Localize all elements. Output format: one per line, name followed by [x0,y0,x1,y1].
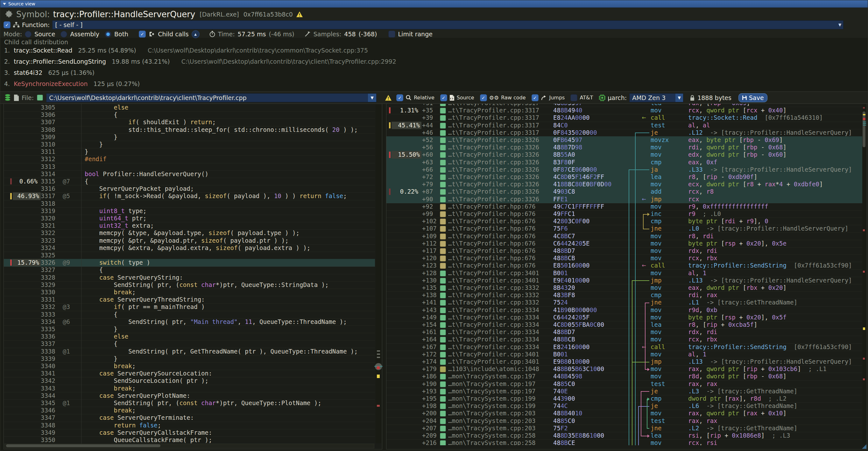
source-line[interactable]: 3307 if( shouldExit ) return; [4,119,375,126]
limit-range-label[interactable]: Limit range [398,31,433,38]
asm-line[interactable]: +52…t\TracyProfiler.cpp:33260FB64597movz… [386,136,862,144]
source-label[interactable]: Source [457,95,474,101]
relative-checkbox[interactable]: ✓ [396,94,403,101]
asm-line[interactable]: +107…t\TracyProfiler.hpp:67675F6jne.L0 -… [386,225,862,233]
asm-line[interactable]: +198…mon\TracySystem.cpp:199744Cje.L6 ->… [386,402,862,410]
source-line[interactable]: 3323 memcpy( &ptr, &payload.ptr, sizeof(… [4,237,375,245]
function-select[interactable]: [ - self - ] ▼ [52,20,843,29]
asm-line[interactable]: 0.22%+87…t\TracyProfiler.cpp:33264903C8a… [386,188,862,196]
asm-line[interactable]: +90…t\TracyProfiler.cpp:3326FFE1←jmprcx [386,196,862,203]
asm-line[interactable]: +138…t\TracyProfiler.cpp:3332483BF8cmprd… [386,292,862,299]
asm-line[interactable]: +130…t\TracyProfiler.cpp:3401E9E4010000j… [386,277,862,284]
asm-line[interactable]: +123…t\TracyProfiler.hpp:676E850160000←c… [386,262,862,269]
save-button[interactable]: Save [739,93,767,102]
source-line[interactable]: 3350 QueueCallstackFrame( ptr ); [4,437,375,444]
source-line[interactable]: 3339 } [4,355,375,363]
source-line[interactable]: 3325 [4,251,375,259]
asm-line[interactable]: +190…mon\TracySystem.cpp:1974885C0testra… [386,380,862,388]
source-line[interactable]: 3341 case ServerQuerySourceLocation: [4,370,375,378]
asm-line[interactable]: +39…t\TracyProfiler.cpp:3317E824AA0000←c… [386,114,862,122]
source-line[interactable]: 3310 } [4,141,375,148]
asm-scroll-thumb[interactable] [863,112,865,147]
asm-line[interactable]: +117…t\TracyProfiler.hpp:676488BD7movrdx… [386,247,862,255]
asm-line[interactable]: +193…mon\TracySystem.cpp:197740Eje.L3 ->… [386,388,862,395]
source-line[interactable]: 3337 { [4,340,375,348]
asm-line[interactable]: +204…mon\TracySystem.cpp:2034885C0testra… [386,417,862,425]
asm-line[interactable]: +172…t\TracyProfiler.cpp:3401B001moval, … [386,351,862,358]
source-line[interactable]: 3334@6 SendString( ptr, "Main thread", 1… [4,318,375,326]
source-line[interactable]: 3314bool Profiler::HandleServerQuery() [4,171,375,178]
child-calls-checkbox[interactable]: ✓ [139,31,146,38]
asm-line[interactable]: +209…mon\TracySystem.cpp:258488D35E88610… [386,432,862,440]
source-hscrollbar[interactable] [4,444,374,448]
asm-line[interactable]: +195…mon\TracySystem.cpp:199443900cmpdwo… [386,395,862,402]
function-checkbox[interactable]: ✓ [3,21,10,28]
asm-line[interactable]: 15.50%+60…t\TracyProfiler.cpp:33268B55A0… [386,151,862,159]
source-line[interactable]: 3348 return false; [4,422,375,429]
source-line[interactable]: 3312#endif [4,155,375,163]
asm-line[interactable]: +167…t\TracyProfiler.cpp:3334E824160000←… [386,343,862,351]
asm-line[interactable]: +200…mon\TracySystem.cpp:203488B4010movr… [386,410,862,417]
mode-radio-source[interactable] [25,31,32,38]
file-select[interactable]: C:\Users\wolf\Desktop\darkrl\contrib\tra… [46,93,376,102]
asm-line[interactable]: +66…t\TracyProfiler.cpp:33260F87CE060000… [386,166,862,174]
source-line[interactable]: 3318 [4,200,375,208]
asm-line[interactable]: +63…t\TracyProfiler.cpp:332683F80Fcmpeax… [386,159,862,166]
source-line[interactable]: 3349 case ServerQueryCallstackFrame: [4,429,375,437]
collapse-distribution-button[interactable]: ▲ [192,30,199,38]
asm-line[interactable]: +174…t\TracyProfiler.cpp:3401E9B8010000j… [386,358,862,366]
limit-range-checkbox[interactable] [388,31,395,38]
child-call-item[interactable]: 3. stat64i32 625 µs (1.36%) [4,69,95,79]
mode-source-label[interactable]: Source [34,31,55,38]
asm-line[interactable]: +161…t\TracyProfiler.cpp:3334488BD7movrd… [386,328,862,336]
asm-line[interactable]: +186…mon\TracySystem.cpp:197448B4598movr… [386,373,862,380]
window-titlebar[interactable]: Source view [0,0,868,8]
source-line[interactable]: 3305 else [4,104,375,112]
child-call-item[interactable]: 4. KeSynchronizeExecution 125 µs (0.27%) [4,80,140,90]
source-line[interactable]: 3329 SendString( ptr, (const char*)ptr, … [4,281,375,289]
asm-line[interactable]: +102…t\TracyProfiler.hpp:67642803C0F00cm… [386,217,862,225]
asm-line[interactable]: +72…t\TracyProfiler.cpp:33264C8D05F146F2… [386,173,862,181]
source-line[interactable]: 3320 uint64_t ptr; [4,215,375,222]
source-line[interactable]: 3336 else [4,333,375,340]
asm-line[interactable]: 1.31%+35…t\TracyProfiler.cpp:3317488B494… [386,107,862,114]
source-hscroll-thumb[interactable] [6,444,160,447]
asm-line[interactable]: +179…1103\include\atomic:1048488B05B63C1… [386,365,862,373]
source-line[interactable]: 3306 { [4,111,375,119]
march-select[interactable]: AMD Zen 3 ▼ [629,93,683,102]
source-line[interactable]: 3324 memcpy( &extra, &payload.extra, siz… [4,244,375,252]
asm-line[interactable]: +56…t\TracyProfiler.cpp:3326488B7D98movr… [386,144,862,151]
asm-scrollbar[interactable] [862,104,866,445]
source-line[interactable]: 3328 case ServerQueryString: [4,274,375,281]
source-line[interactable]: 3340 break; [4,362,375,370]
asm-line[interactable]: +216…mon\TracySystem.cpp:258488BCEmovrcx… [386,439,862,445]
asm-line[interactable]: +120…t\TracyProfiler.hpp:676488BCBmovrcx… [386,254,862,262]
source-marker-strip[interactable] [376,104,381,443]
chevron-down-icon[interactable]: ▼ [368,94,376,102]
jumps-label[interactable]: Jumps [549,95,565,101]
att-label[interactable]: AT&T [580,95,593,101]
source-line[interactable]: 3344 case ServerQueryPlotName: [4,392,375,400]
asm-line[interactable]: +99…t\TracyProfiler.hpp:67649FFC1incr9 ;… [386,210,862,218]
asm-line[interactable]: +207…mon\TracySystem.cpp:20375F2jne.L2 -… [386,425,862,432]
source-line[interactable]: 3308 std::this_thread::sleep_for( std::c… [4,126,375,134]
asm-line[interactable]: +46…t\TracyProfiler.cpp:33170F8435020000… [386,129,862,137]
source-line[interactable]: 3330 break; [4,289,375,296]
source-line[interactable]: 3346 break; [4,407,375,414]
asm-line[interactable]: +109…t\TracyProfiler.hpp:6764C8BC7movr8,… [386,233,862,240]
source-line[interactable]: 3345@1 SendString( ptr, (const char*)ptr… [4,399,375,407]
source-line[interactable]: 0.66%3315@7{ [4,178,375,185]
source-line[interactable]: 3309 } [4,133,375,141]
mode-assembly-label[interactable]: Assembly [70,31,99,38]
child-call-item[interactable]: 2. tracy::Profiler::SendLongString 19.88… [4,58,396,67]
asm-line[interactable]: 45.41%+44…t\TracyProfiler.cpp:331784C0te… [386,122,862,129]
source-line[interactable]: 3321 uint32_t extra; [4,222,375,230]
source-line[interactable]: 3316 ServerQueryPacket payload; [4,185,375,193]
jumps-checkbox[interactable]: ✓ [532,94,538,101]
source-line[interactable]: 3343 break; [4,385,375,392]
asm-line[interactable]: +112…t\TracyProfiler.hpp:676C64424205Emo… [386,240,862,247]
relative-label[interactable]: Relative [414,95,434,101]
source-line[interactable]: 46.93%3317@5 if( !m_sock->Read( &payload… [4,192,375,200]
asm-line[interactable]: +154…t\TracyProfiler.cpp:33344C8D055FBA0… [386,321,862,329]
mode-both-label[interactable]: Both [114,31,128,38]
